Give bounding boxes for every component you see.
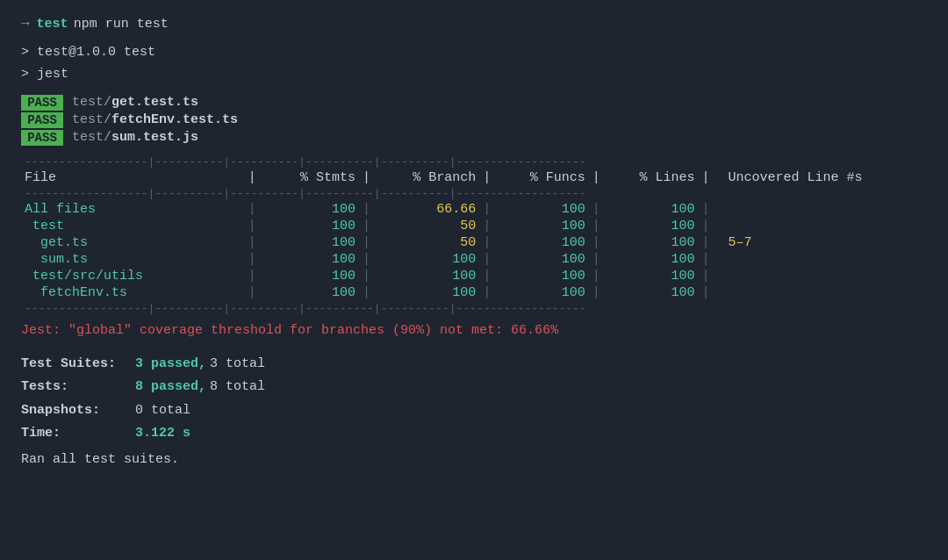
ran-line: Ran all test suites.	[21, 449, 927, 471]
summary-snapshots-label: Snapshots:	[21, 399, 135, 422]
npm-output-line-1: > test@1.0.0 test	[21, 42, 927, 64]
error-message: Jest: "global" coverage threshold for br…	[21, 321, 927, 341]
sep-row-top: ------------------|----------|----------…	[21, 154, 927, 169]
prompt-cmd: npm run test	[74, 17, 169, 32]
sep-row-header: ------------------|----------|----------…	[21, 186, 927, 201]
th-uncovered: Uncovered Line #s	[720, 169, 927, 186]
pass-badge-3: PASS	[21, 130, 63, 146]
coverage-table-wrapper: ------------------|----------|----------…	[21, 154, 927, 316]
summary-time-label: Time:	[21, 422, 135, 445]
th-branch: % Branch	[380, 169, 479, 186]
summary-time-value: 3.122 s	[135, 422, 190, 445]
prompt-line: → test npm run test	[21, 16, 927, 32]
pass-row-3: PASS test/sum.test.js	[21, 130, 927, 146]
summary-tests-row: Tests: 8 passed, 8 total	[21, 376, 927, 398]
pass-file-3: test/sum.test.js	[72, 130, 198, 145]
summary-tests-passed: 8 passed,	[135, 376, 206, 398]
row-all-files: All files | 100 | 66.66 | 100 | 100 |	[21, 201, 927, 218]
summary-suites-label: Test Suites:	[21, 353, 135, 376]
summary-tests-total: 8 total	[210, 376, 265, 398]
pass-file-2: test/fetchEnv.test.ts	[72, 112, 238, 127]
pass-badge-2: PASS	[21, 112, 63, 128]
summary-suites-total: 3 total	[210, 353, 265, 376]
npm-output: > test@1.0.0 test > jest	[21, 42, 927, 86]
prompt-arrow: →	[21, 16, 30, 32]
row-fetchenv-ts: fetchEnv.ts | 100 | 100 | 100 | 100 |	[21, 284, 927, 301]
pass-row-1: PASS test/get.test.ts	[21, 95, 927, 111]
coverage-table: ------------------|----------|----------…	[21, 154, 927, 316]
row-test-src-utils: test/src/utils | 100 | 100 | 100 | 100 |	[21, 268, 927, 284]
row-test: test | 100 | 50 | 100 | 100 |	[21, 218, 927, 234]
pass-block: PASS test/get.test.ts PASS test/fetchEnv…	[21, 95, 927, 146]
summary-snapshots-value: 0 total	[135, 399, 190, 422]
table-header-row: File | % Stmts | % Branch | % Funcs | % …	[21, 169, 927, 186]
pass-file-1: test/get.test.ts	[72, 95, 198, 110]
summary-tests-label: Tests:	[21, 376, 135, 398]
terminal-window: → test npm run test > test@1.0.0 test > …	[21, 16, 927, 471]
row-sum-ts: sum.ts | 100 | 100 | 100 | 100 |	[21, 251, 927, 268]
pass-badge-1: PASS	[21, 95, 63, 111]
th-funcs: % Funcs	[500, 169, 589, 186]
summary-block: Test Suites: 3 passed, 3 total Tests: 8 …	[21, 353, 927, 471]
summary-suites-passed: 3 passed,	[135, 353, 206, 376]
summary-time-row: Time: 3.122 s	[21, 422, 927, 445]
th-file: File	[21, 169, 245, 186]
npm-output-line-2: > jest	[21, 64, 927, 86]
sep-row-bottom: ------------------|----------|----------…	[21, 301, 927, 316]
th-stmts: % Stmts	[266, 169, 359, 186]
prompt-label: test	[37, 17, 68, 32]
th-lines: % Lines	[610, 169, 699, 186]
summary-suites-row: Test Suites: 3 passed, 3 total	[21, 353, 927, 376]
summary-snapshots-row: Snapshots: 0 total	[21, 399, 927, 422]
pass-row-2: PASS test/fetchEnv.test.ts	[21, 112, 927, 128]
row-get-ts: get.ts | 100 | 50 | 100 | 100 | 5–7	[21, 234, 927, 251]
